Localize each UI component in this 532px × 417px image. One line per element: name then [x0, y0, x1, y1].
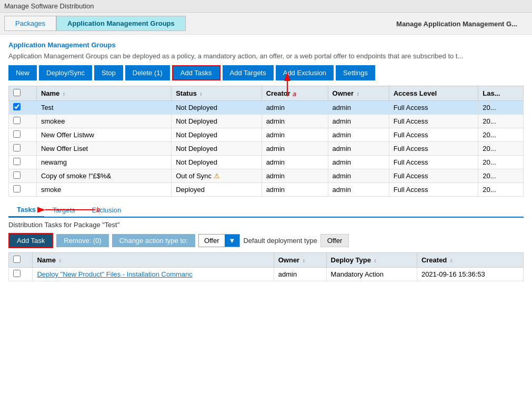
row-checkbox[interactable]: [13, 158, 21, 165]
row-last: 20...: [478, 128, 524, 142]
change-action-button[interactable]: Change action type to:: [112, 234, 195, 247]
bowner-sort-icon[interactable]: ↕: [303, 258, 305, 263]
row-status: Not Deployed: [172, 128, 262, 142]
row-status: Not Deployed: [172, 115, 262, 128]
bcreated-sort-icon[interactable]: ↕: [450, 258, 453, 263]
row-creator: admin: [262, 101, 328, 115]
row-access: Full Access: [389, 156, 478, 169]
table-row[interactable]: Copy of smoke !"£$%& Out of Sync ⚠ admin…: [9, 169, 524, 183]
table-row[interactable]: smokee Not Deployed admin admin Full Acc…: [9, 115, 524, 128]
table-row[interactable]: newamg Not Deployed admin admin Full Acc…: [9, 156, 524, 169]
row-status: Not Deployed: [172, 101, 262, 115]
col-last: Las...: [478, 86, 524, 101]
offer-dropdown-arrow[interactable]: ▼: [225, 235, 240, 247]
dist-title: Distribution Tasks for Package "Test": [8, 221, 524, 229]
owner-sort-icon[interactable]: ↕: [357, 91, 359, 97]
select-all-checkbox[interactable]: [13, 89, 21, 96]
tab-bar: Packages Application Management Groups M…: [0, 13, 532, 35]
new-button[interactable]: New: [8, 65, 37, 80]
offer-badge: Offer: [320, 234, 349, 247]
row-checkbox-cell: [9, 156, 37, 169]
table-row[interactable]: smoke Deployed admin admin Full Access 2…: [9, 183, 524, 197]
section-desc: Application Management Groups can be dep…: [8, 52, 524, 60]
creator-sort-icon[interactable]: ↕: [293, 91, 296, 97]
title-bar-label: Manage Software Distribution: [4, 2, 94, 10]
row-checkbox[interactable]: [13, 103, 21, 110]
row-creator: admin: [262, 183, 328, 197]
default-deploy-label: Default deployment type: [243, 237, 317, 245]
bottom-row-checkbox-cell: [9, 268, 33, 281]
tab-amg[interactable]: Application Management Groups: [56, 16, 186, 31]
add-task-button[interactable]: Add Task: [8, 233, 53, 248]
tab-packages[interactable]: Packages: [4, 16, 56, 31]
row-creator: admin: [262, 156, 328, 169]
bcol-deploy-type: Deploy Type ↕: [326, 253, 417, 268]
tab-targets[interactable]: Targets: [44, 203, 84, 217]
row-creator: admin: [262, 128, 328, 142]
bcol-name: Name ↕: [33, 253, 274, 268]
col-checkbox: [9, 86, 37, 101]
row-last: 20...: [478, 115, 524, 128]
row-checkbox-cell: [9, 115, 37, 128]
bname-sort-icon[interactable]: ↕: [59, 258, 62, 263]
section-title: Application Management Groups: [8, 40, 524, 49]
main-table: Name ↕ Status ↕ Creator ↕ Owner ↕ Access…: [8, 86, 524, 197]
add-tasks-button[interactable]: Add Tasks: [172, 65, 220, 80]
row-checkbox-cell: [9, 128, 37, 142]
row-name: New Offer Liset: [36, 142, 171, 156]
row-last: 20...: [478, 101, 524, 115]
row-last: 20...: [478, 183, 524, 197]
add-targets-button[interactable]: Add Targets: [223, 65, 274, 80]
tab-tasks[interactable]: Tasks: [8, 203, 44, 218]
bottom-toolbar: Add Task Remove: (0) Change action type …: [8, 233, 524, 248]
table-row[interactable]: Test Not Deployed admin admin Full Acces…: [9, 101, 524, 115]
row-status: Deployed: [172, 183, 262, 197]
row-checkbox-cell: [9, 169, 37, 183]
add-exclusion-button[interactable]: Add Exclusion: [276, 65, 334, 80]
delete-button[interactable]: Delete (1): [125, 65, 170, 80]
row-name: Test: [36, 101, 171, 115]
bottom-table: Name ↕ Owner ↕ Deploy Type ↕ Created ↕ D…: [8, 252, 524, 281]
status-sort-icon[interactable]: ↕: [199, 91, 202, 97]
bcol-created: Created ↕: [417, 253, 523, 268]
row-checkbox[interactable]: [13, 130, 21, 138]
deploy-sync-button[interactable]: Deploy/Sync: [39, 65, 92, 80]
row-last: 20...: [478, 169, 524, 183]
bottom-row-checkbox[interactable]: [13, 270, 21, 277]
bottom-select-all[interactable]: [13, 256, 21, 263]
bcol-checkbox: [9, 253, 33, 268]
bottom-table-row[interactable]: Deploy "New Product" Files - Installatio…: [9, 268, 524, 281]
row-creator: admin: [262, 169, 328, 183]
offer-dropdown[interactable]: Offer ▼: [198, 234, 240, 247]
title-bar: Manage Software Distribution: [0, 0, 532, 13]
bcol-owner: Owner ↕: [274, 253, 326, 268]
row-access: Full Access: [389, 101, 478, 115]
row-checkbox[interactable]: [13, 185, 21, 192]
bottom-row-owner: admin: [274, 268, 326, 281]
row-checkbox[interactable]: [13, 171, 21, 179]
row-access: Full Access: [389, 183, 478, 197]
row-access: Full Access: [389, 169, 478, 183]
main-toolbar: New Deploy/Sync Stop Delete (1) Add Task…: [8, 65, 524, 80]
row-checkbox[interactable]: [13, 117, 21, 124]
table-row[interactable]: New Offer Listww Not Deployed admin admi…: [9, 128, 524, 142]
stop-button[interactable]: Stop: [94, 65, 123, 80]
row-last: 20...: [478, 142, 524, 156]
settings-button[interactable]: Settings: [336, 65, 375, 80]
row-checkbox-cell: [9, 101, 37, 115]
row-owner: admin: [328, 142, 389, 156]
remove-button[interactable]: Remove: (0): [56, 234, 109, 247]
row-owner: admin: [328, 156, 389, 169]
bdeploy-sort-icon[interactable]: ↕: [374, 258, 377, 263]
row-access: Full Access: [389, 128, 478, 142]
tab-exclusion[interactable]: Exclusion: [84, 203, 130, 217]
name-sort-icon[interactable]: ↕: [63, 91, 65, 97]
row-name: Copy of smoke !"£$%&: [36, 169, 171, 183]
row-owner: admin: [328, 115, 389, 128]
row-checkbox-cell: [9, 142, 37, 156]
col-name: Name ↕: [36, 86, 171, 101]
row-access: Full Access: [389, 115, 478, 128]
row-creator: admin: [262, 142, 328, 156]
row-checkbox[interactable]: [13, 144, 21, 151]
table-row[interactable]: New Offer Liset Not Deployed admin admin…: [9, 142, 524, 156]
